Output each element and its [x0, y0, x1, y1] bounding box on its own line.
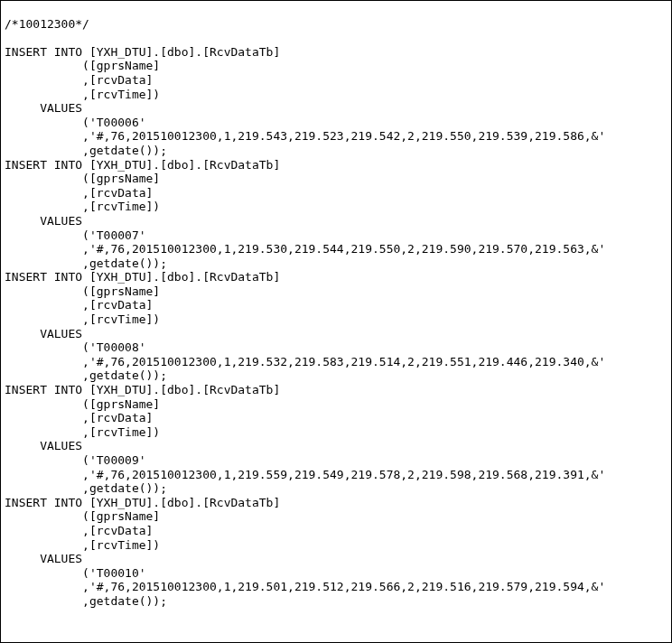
code-line: ,getdate());	[5, 481, 667, 496]
code-line: INSERT INTO [YXH_DTU].[dbo].[RcvDataTb]	[5, 45, 667, 60]
code-line: ,'#,76,201510012300,1,219.543,219.523,21…	[5, 129, 667, 144]
code-line: ,[rcvData]	[5, 186, 667, 200]
code-line: ,[rcvTime])	[5, 312, 667, 327]
code-line: INSERT INTO [YXH_DTU].[dbo].[RcvDataTb]	[5, 158, 667, 172]
code-line: ('T00006'	[5, 116, 667, 130]
code-line: ,'#,76,201510012300,1,219.501,219.512,21…	[5, 580, 667, 594]
code-line: ,[rcvData]	[5, 524, 667, 538]
code-line: ([gprsName]	[5, 59, 667, 73]
code-line: ,getdate());	[5, 256, 667, 271]
code-line: ([gprsName]	[5, 172, 667, 186]
code-line: INSERT INTO [YXH_DTU].[dbo].[RcvDataTb]	[5, 383, 667, 397]
code-line: ,getdate());	[5, 368, 667, 383]
code-line: ,getdate());	[5, 594, 667, 609]
code-line: VALUES	[5, 214, 667, 228]
code-line: ([gprsName]	[5, 509, 667, 524]
code-line: ([gprsName]	[5, 397, 667, 412]
code-line: ,[rcvData]	[5, 298, 667, 312]
code-line: ,'#,76,201510012300,1,219.532,219.583,21…	[5, 355, 667, 369]
code-line: VALUES	[5, 552, 667, 566]
code-line: VALUES	[5, 101, 667, 116]
code-line: ,[rcvTime])	[5, 538, 667, 553]
code-line: ('T00009'	[5, 453, 667, 468]
code-line: ,'#,76,201510012300,1,219.530,219.544,21…	[5, 242, 667, 256]
code-line: ('T00010'	[5, 566, 667, 581]
comment-line: /*10012300*/	[5, 17, 667, 32]
code-line: ('T00008'	[5, 340, 667, 355]
code-line: INSERT INTO [YXH_DTU].[dbo].[RcvDataTb]	[5, 270, 667, 284]
code-line: VALUES	[5, 327, 667, 341]
code-line: ,[rcvTime])	[5, 88, 667, 102]
code-line: ,[rcvData]	[5, 411, 667, 425]
code-line: ('T00007'	[5, 228, 667, 243]
sql-script-viewer: /*10012300*/ INSERT INTO [YXH_DTU].[dbo]…	[0, 0, 672, 643]
code-line: ,[rcvData]	[5, 73, 667, 88]
code-line: ,[rcvTime])	[5, 425, 667, 440]
code-line: VALUES	[5, 439, 667, 453]
code-line: ,getdate());	[5, 144, 667, 158]
code-line: ,[rcvTime])	[5, 200, 667, 214]
code-line: ([gprsName]	[5, 284, 667, 299]
code-line: ,'#,76,201510012300,1,219.559,219.549,21…	[5, 468, 667, 482]
code-line: INSERT INTO [YXH_DTU].[dbo].[RcvDataTb]	[5, 496, 667, 510]
